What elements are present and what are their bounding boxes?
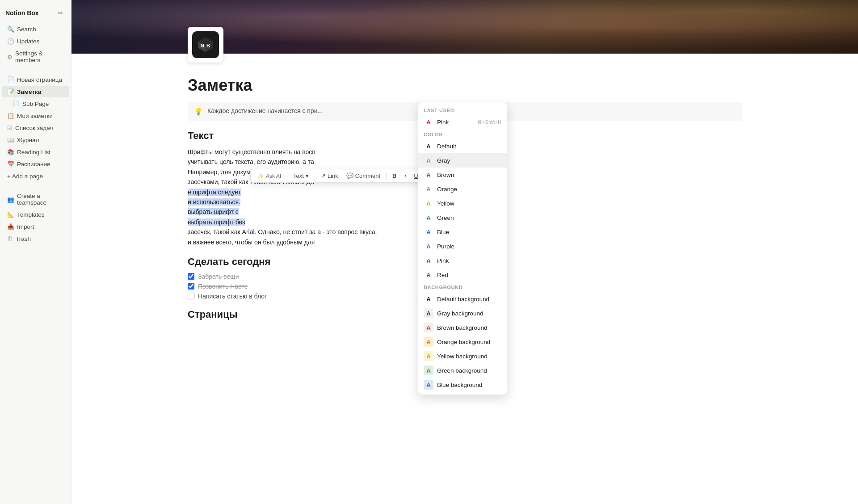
comment-label: Comment — [355, 172, 380, 179]
bg-letter-blue: A — [424, 380, 433, 390]
chevron-down-icon: ▾ — [306, 172, 309, 179]
reading-icon: 📚 — [7, 149, 14, 155]
sidebar-item-trash[interactable]: 🗑 Trash — [2, 233, 69, 244]
color-letter-red: A — [424, 270, 433, 280]
toolbar-divider-3 — [386, 172, 387, 180]
new-page-icon: 📄 — [7, 76, 14, 83]
pink-shortcut: ⌘+Shift+H — [477, 119, 501, 125]
sidebar-item-teamspace[interactable]: 👥 Create a teamspace — [2, 190, 69, 208]
bg-gray[interactable]: A Gray background — [418, 306, 507, 320]
sidebar-item-search-label: Search — [17, 26, 36, 33]
color-brown-label: Brown — [437, 172, 501, 178]
color-orange[interactable]: A Orange — [418, 182, 507, 196]
sidebar-item-teamspace-label: Create a teamspace — [17, 193, 64, 206]
bg-blue-label: Blue background — [437, 382, 501, 388]
teamspace-icon: 👥 — [7, 196, 14, 203]
import-icon: 📥 — [7, 223, 14, 230]
checkbox-1[interactable] — [188, 273, 194, 280]
page-icon[interactable]: N B — [188, 27, 223, 63]
color-brown[interactable]: A Brown — [418, 168, 507, 182]
color-purple-label: Purple — [437, 243, 501, 250]
sub-page-icon: 📄 — [13, 101, 20, 107]
sidebar-item-add-page[interactable]: + Add a page — [2, 171, 69, 182]
schedule-icon: 📅 — [7, 161, 14, 168]
text-highlight: е шрифта следуети использоваться.выбрать… — [188, 189, 245, 226]
italic-button[interactable]: i — [401, 171, 409, 181]
color-yellow[interactable]: A Yellow — [418, 196, 507, 210]
nb-logo: N B — [192, 31, 219, 58]
color-letter-green: A — [424, 213, 433, 223]
bold-button[interactable]: B — [389, 171, 400, 181]
bg-green-label: Green background — [437, 367, 501, 374]
color-purple[interactable]: A Purple — [418, 239, 507, 253]
color-gray-label: Gray — [437, 157, 501, 164]
divider-2 — [5, 186, 66, 186]
sidebar-item-reading[interactable]: 📚 Reading List — [2, 147, 69, 158]
color-red[interactable]: A Red — [418, 268, 507, 282]
color-letter-gray: A — [424, 155, 433, 165]
bg-orange-label: Orange background — [437, 339, 501, 345]
text-style-button[interactable]: Text ▾ — [290, 171, 312, 181]
sidebar-item-updates[interactable]: 🕐 Updates — [2, 36, 69, 47]
sidebar-item-new-page[interactable]: 📄 Новая страница — [2, 74, 69, 85]
checkbox-2-label: Позвонить Насте — [198, 283, 248, 290]
bg-letter-green: A — [424, 365, 433, 375]
color-pink-label: Pink — [437, 257, 501, 264]
bg-orange[interactable]: A Orange background — [418, 335, 507, 349]
color-pink[interactable]: A Pink — [418, 253, 507, 268]
bg-brown-label: Brown background — [437, 324, 501, 331]
bold-label: B — [392, 172, 396, 179]
link-label: Link — [328, 172, 338, 179]
ask-ai-label: Ask AI — [266, 173, 281, 179]
color-green[interactable]: A Green — [418, 210, 507, 225]
sidebar-item-search[interactable]: 🔍 Search — [2, 24, 69, 35]
sidebar-item-zametka[interactable]: 📝 Заметка — [2, 86, 69, 97]
sidebar-item-schedule-label: Расписание — [17, 161, 50, 168]
sidebar-item-new-page-label: Новая страница — [17, 76, 62, 83]
sidebar-item-settings[interactable]: ⚙ Settings & members — [2, 48, 69, 66]
bg-yellow[interactable]: A Yellow background — [418, 349, 507, 363]
color-gray[interactable]: A Gray — [418, 153, 507, 168]
bg-green[interactable]: A Green background — [418, 363, 507, 378]
sidebar-item-journal[interactable]: 📖 Журнал — [2, 134, 69, 146]
link-icon: ↗ — [321, 172, 326, 179]
background-title: BACKGROUND — [418, 282, 507, 292]
ask-ai-button[interactable]: ✨ Ask AI — [254, 172, 284, 181]
sidebar-item-my-notes[interactable]: 📋 Мои заметки — [2, 110, 69, 122]
sidebar-item-sub-page[interactable]: 📄 Sub Page — [2, 98, 69, 109]
color-letter-orange: A — [424, 184, 433, 194]
sidebar-item-zametka-label: Заметка — [17, 88, 41, 95]
bg-blue[interactable]: A Blue background — [418, 378, 507, 392]
page-title: Заметка — [188, 76, 742, 95]
sidebar-item-tasks[interactable]: ☑ Список задач — [2, 122, 69, 134]
color-last-pink[interactable]: A Pink ⌘+Shift+H — [418, 115, 507, 129]
comment-button[interactable]: 💬 Comment — [343, 171, 383, 181]
search-icon: 🔍 — [7, 26, 14, 33]
toolbar-divider-1 — [287, 172, 287, 180]
color-letter-brown: A — [424, 170, 433, 180]
color-blue[interactable]: A Blue — [418, 225, 507, 239]
sidebar-item-templates[interactable]: 📐 Templates — [2, 209, 69, 220]
workspace-name: Notion Box — [5, 9, 39, 17]
sidebar-item-schedule[interactable]: 📅 Расписание — [2, 159, 69, 170]
bg-brown[interactable]: A Brown background — [418, 320, 507, 335]
checkbox-2[interactable] — [188, 283, 194, 290]
toolbar-divider-2 — [315, 172, 315, 180]
sidebar-item-import[interactable]: 📥 Import — [2, 221, 69, 232]
color-default[interactable]: A Default — [418, 139, 507, 153]
color-dropdown: LAST USED A Pink ⌘+Shift+H COLOR A Defau… — [418, 102, 507, 395]
checkbox-3[interactable] — [188, 293, 194, 299]
new-page-icon-btn[interactable]: ✏ — [56, 8, 66, 18]
callout-emoji: 💡 — [194, 107, 203, 116]
sidebar-item-trash-label: Trash — [16, 235, 31, 242]
settings-icon: ⚙ — [7, 54, 13, 60]
color-default-label: Default — [437, 143, 501, 150]
color-letter-default: A — [424, 141, 433, 151]
link-button[interactable]: ↗ Link — [318, 171, 341, 181]
bg-letter-default: A — [424, 294, 433, 304]
bg-default[interactable]: A Default background — [418, 292, 507, 306]
trash-icon: 🗑 — [7, 235, 13, 242]
sidebar-item-settings-label: Settings & members — [15, 50, 64, 63]
color-title: COLOR — [418, 129, 507, 139]
bg-yellow-label: Yellow background — [437, 353, 501, 360]
